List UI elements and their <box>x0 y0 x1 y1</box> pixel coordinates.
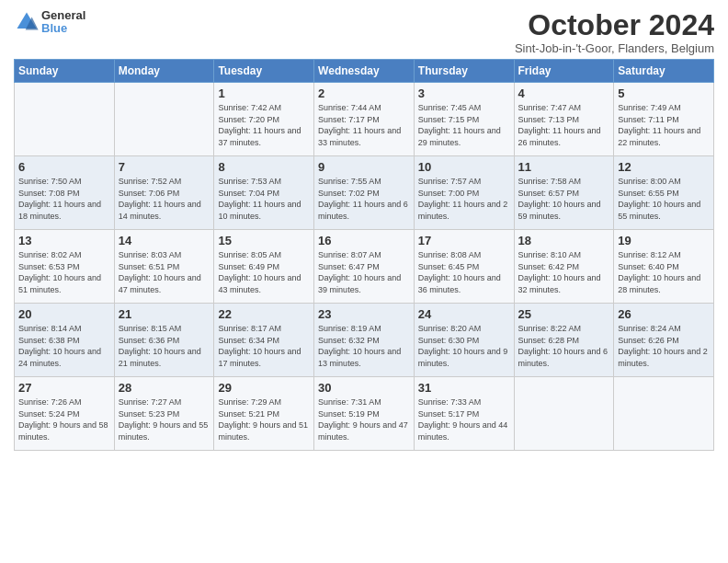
calendar-cell: 27Sunrise: 7:26 AMSunset: 5:24 PMDayligh… <box>15 377 115 451</box>
day-number: 23 <box>318 307 410 321</box>
location-subtitle: Sint-Job-in-'t-Goor, Flanders, Belgium <box>515 41 714 55</box>
header-wednesday: Wednesday <box>314 60 415 83</box>
calendar-cell: 19Sunrise: 8:12 AMSunset: 6:40 PMDayligh… <box>614 230 714 304</box>
day-number: 22 <box>218 307 310 321</box>
calendar-cell: 12Sunrise: 8:00 AMSunset: 6:55 PMDayligh… <box>614 156 714 230</box>
calendar-cell: 25Sunrise: 8:22 AMSunset: 6:28 PMDayligh… <box>514 304 614 377</box>
calendar-cell <box>514 377 614 451</box>
day-number: 4 <box>518 86 610 100</box>
calendar-week-2: 6Sunrise: 7:50 AMSunset: 7:08 PMDaylight… <box>15 156 714 230</box>
day-info: Sunrise: 8:00 AMSunset: 6:55 PMDaylight:… <box>618 176 710 222</box>
day-number: 29 <box>218 381 310 395</box>
day-info: Sunrise: 7:45 AMSunset: 7:15 PMDaylight:… <box>418 102 510 148</box>
day-info: Sunrise: 8:17 AMSunset: 6:34 PMDaylight:… <box>218 323 310 369</box>
calendar-week-4: 20Sunrise: 8:14 AMSunset: 6:38 PMDayligh… <box>15 304 714 377</box>
day-number: 31 <box>418 381 510 395</box>
day-info: Sunrise: 7:52 AMSunset: 7:06 PMDaylight:… <box>119 176 210 222</box>
calendar-cell: 1Sunrise: 7:42 AMSunset: 7:20 PMDaylight… <box>214 83 314 156</box>
calendar-week-5: 27Sunrise: 7:26 AMSunset: 5:24 PMDayligh… <box>15 377 714 451</box>
calendar-cell: 10Sunrise: 7:57 AMSunset: 7:00 PMDayligh… <box>414 156 514 230</box>
day-info: Sunrise: 8:10 AMSunset: 6:42 PMDaylight:… <box>518 249 610 295</box>
day-info: Sunrise: 8:02 AMSunset: 6:53 PMDaylight:… <box>18 249 110 295</box>
calendar-body: 1Sunrise: 7:42 AMSunset: 7:20 PMDaylight… <box>15 83 714 451</box>
calendar-cell: 7Sunrise: 7:52 AMSunset: 7:06 PMDaylight… <box>114 156 214 230</box>
day-number: 12 <box>618 160 710 174</box>
day-info: Sunrise: 8:20 AMSunset: 6:30 PMDaylight:… <box>418 323 510 369</box>
day-number: 28 <box>119 381 210 395</box>
calendar-cell: 28Sunrise: 7:27 AMSunset: 5:23 PMDayligh… <box>114 377 214 451</box>
day-number: 8 <box>218 160 310 174</box>
day-number: 11 <box>518 160 610 174</box>
calendar-cell: 11Sunrise: 7:58 AMSunset: 6:57 PMDayligh… <box>514 156 614 230</box>
calendar-header: Sunday Monday Tuesday Wednesday Thursday… <box>15 60 714 83</box>
calendar-cell: 23Sunrise: 8:19 AMSunset: 6:32 PMDayligh… <box>314 304 415 377</box>
calendar-cell: 16Sunrise: 8:07 AMSunset: 6:47 PMDayligh… <box>314 230 415 304</box>
calendar-cell: 24Sunrise: 8:20 AMSunset: 6:30 PMDayligh… <box>414 304 514 377</box>
day-info: Sunrise: 8:19 AMSunset: 6:32 PMDaylight:… <box>318 323 410 369</box>
calendar-table: Sunday Monday Tuesday Wednesday Thursday… <box>14 59 714 451</box>
header-row: Sunday Monday Tuesday Wednesday Thursday… <box>15 60 714 83</box>
day-info: Sunrise: 7:58 AMSunset: 6:57 PMDaylight:… <box>518 176 610 222</box>
day-info: Sunrise: 7:29 AMSunset: 5:21 PMDaylight:… <box>218 396 310 442</box>
logo-line1: General <box>41 9 85 22</box>
day-info: Sunrise: 7:50 AMSunset: 7:08 PMDaylight:… <box>18 176 110 222</box>
calendar-cell: 26Sunrise: 8:24 AMSunset: 6:26 PMDayligh… <box>614 304 714 377</box>
logo-icon <box>14 9 40 35</box>
day-number: 19 <box>618 234 710 247</box>
day-number: 15 <box>218 234 310 247</box>
day-number: 20 <box>18 307 110 321</box>
calendar-cell: 31Sunrise: 7:33 AMSunset: 5:17 PMDayligh… <box>414 377 514 451</box>
day-info: Sunrise: 8:24 AMSunset: 6:26 PMDaylight:… <box>618 323 710 369</box>
header-monday: Monday <box>114 60 214 83</box>
calendar-week-3: 13Sunrise: 8:02 AMSunset: 6:53 PMDayligh… <box>15 230 714 304</box>
day-number: 21 <box>119 307 210 321</box>
calendar-cell: 17Sunrise: 8:08 AMSunset: 6:45 PMDayligh… <box>414 230 514 304</box>
calendar-cell: 21Sunrise: 8:15 AMSunset: 6:36 PMDayligh… <box>114 304 214 377</box>
day-info: Sunrise: 7:57 AMSunset: 7:00 PMDaylight:… <box>418 176 510 222</box>
calendar-cell: 22Sunrise: 8:17 AMSunset: 6:34 PMDayligh… <box>214 304 314 377</box>
day-number: 9 <box>318 160 410 174</box>
day-number: 24 <box>418 307 510 321</box>
calendar-cell: 8Sunrise: 7:53 AMSunset: 7:04 PMDaylight… <box>214 156 314 230</box>
day-number: 18 <box>518 234 610 247</box>
month-title: October 2024 <box>515 9 714 41</box>
day-number: 27 <box>18 381 110 395</box>
day-number: 1 <box>218 86 310 100</box>
day-info: Sunrise: 7:27 AMSunset: 5:23 PMDaylight:… <box>119 396 210 442</box>
calendar-cell <box>614 377 714 451</box>
calendar-cell: 15Sunrise: 8:05 AMSunset: 6:49 PMDayligh… <box>214 230 314 304</box>
day-number: 30 <box>318 381 410 395</box>
day-info: Sunrise: 7:31 AMSunset: 5:19 PMDaylight:… <box>318 396 410 442</box>
day-info: Sunrise: 8:07 AMSunset: 6:47 PMDaylight:… <box>318 249 410 295</box>
day-number: 16 <box>318 234 410 247</box>
day-number: 17 <box>418 234 510 247</box>
calendar-cell: 20Sunrise: 8:14 AMSunset: 6:38 PMDayligh… <box>15 304 115 377</box>
day-number: 10 <box>418 160 510 174</box>
day-number: 26 <box>618 307 710 321</box>
day-number: 6 <box>18 160 110 174</box>
day-number: 5 <box>618 86 710 100</box>
calendar-cell: 6Sunrise: 7:50 AMSunset: 7:08 PMDaylight… <box>15 156 115 230</box>
day-info: Sunrise: 7:33 AMSunset: 5:17 PMDaylight:… <box>418 396 510 442</box>
day-info: Sunrise: 7:26 AMSunset: 5:24 PMDaylight:… <box>18 396 110 442</box>
calendar-cell: 2Sunrise: 7:44 AMSunset: 7:17 PMDaylight… <box>314 83 415 156</box>
logo: General Blue <box>14 9 85 36</box>
day-number: 7 <box>119 160 210 174</box>
day-info: Sunrise: 7:47 AMSunset: 7:13 PMDaylight:… <box>518 102 610 148</box>
title-block: October 2024 Sint-Job-in-'t-Goor, Flande… <box>515 9 714 55</box>
header-sunday: Sunday <box>15 60 115 83</box>
day-number: 14 <box>119 234 210 247</box>
calendar-cell: 5Sunrise: 7:49 AMSunset: 7:11 PMDaylight… <box>614 83 714 156</box>
calendar-week-1: 1Sunrise: 7:42 AMSunset: 7:20 PMDaylight… <box>15 83 714 156</box>
calendar-cell <box>114 83 214 156</box>
calendar-cell: 13Sunrise: 8:02 AMSunset: 6:53 PMDayligh… <box>15 230 115 304</box>
day-info: Sunrise: 7:55 AMSunset: 7:02 PMDaylight:… <box>318 176 410 222</box>
day-info: Sunrise: 7:44 AMSunset: 7:17 PMDaylight:… <box>318 102 410 148</box>
calendar-cell <box>15 83 115 156</box>
logo-text: General Blue <box>41 9 85 36</box>
day-number: 3 <box>418 86 510 100</box>
page: General Blue October 2024 Sint-Job-in-'t… <box>0 0 728 563</box>
calendar-cell: 9Sunrise: 7:55 AMSunset: 7:02 PMDaylight… <box>314 156 415 230</box>
day-info: Sunrise: 8:15 AMSunset: 6:36 PMDaylight:… <box>119 323 210 369</box>
header: General Blue October 2024 Sint-Job-in-'t… <box>14 9 714 55</box>
